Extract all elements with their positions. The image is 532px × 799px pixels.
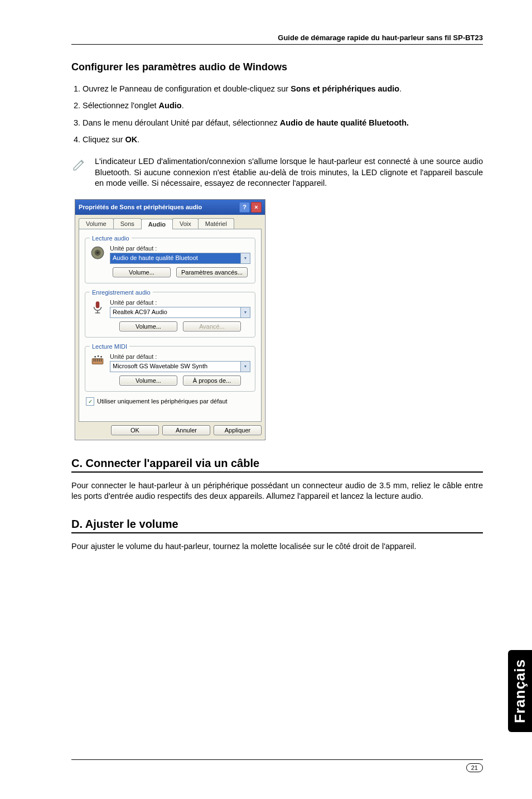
step-4-post: . <box>137 135 139 144</box>
speaker-icon <box>90 245 105 261</box>
playback-volume-button[interactable]: Volume... <box>113 267 171 277</box>
tab-audio[interactable]: Audio <box>141 219 173 229</box>
step-3: Dans le menu déroulant Unité par défaut,… <box>83 117 483 128</box>
tab-sons[interactable]: Sons <box>113 218 142 229</box>
group-midi-legend: Lecture MIDI <box>90 343 129 350</box>
apply-button[interactable]: Appliquer <box>214 425 262 435</box>
step-2-post: . <box>182 101 184 110</box>
dialog-body: Lecture audio Unité par défaut : <box>79 229 262 422</box>
microphone-icon <box>90 299 105 315</box>
midi-select-value: Microsoft GS Wavetable SW Synth <box>110 362 240 372</box>
default-only-label: Utiliser uniquement les périphériques pa… <box>97 398 228 405</box>
group-playback: Lecture audio Unité par défaut : <box>85 235 255 283</box>
midi-icon <box>90 353 105 369</box>
config-heading: Configurer les paramètres audio de Windo… <box>71 61 483 73</box>
step-1: Ouvrez le Panneau de configuration et do… <box>83 83 483 94</box>
svg-point-2 <box>96 252 99 254</box>
step-4-pre: Cliquez sur <box>83 135 125 144</box>
config-steps: Ouvrez le Panneau de configuration et do… <box>71 83 483 145</box>
cancel-button[interactable]: Annuler <box>162 425 210 435</box>
playback-advanced-button[interactable]: Paramètres avancés... <box>176 267 248 277</box>
midi-label: Unité par défaut : <box>110 353 250 360</box>
step-4-bold: OK <box>125 135 138 144</box>
midi-volume-button[interactable]: Volume... <box>119 376 177 386</box>
dialog-titlebar: Propriétés de Sons et périphériques audi… <box>75 200 265 215</box>
dialog-tabs: Volume Sons Audio Voix Matériel <box>75 215 265 229</box>
step-3-bold: Audio de haute qualité Bluetooth. <box>280 118 409 127</box>
dialog-screenshot: Propriétés de Sons et périphériques audi… <box>75 199 483 440</box>
page-header: Guide de démarage rapide du haut-parleur… <box>71 33 483 45</box>
note-box: L'indicateur LED d'alimentation/connexio… <box>71 156 483 189</box>
section-c-heading: C. Connecter l'appareil via un câble <box>71 457 483 473</box>
record-volume-button[interactable]: Volume... <box>119 321 177 331</box>
tab-volume[interactable]: Volume <box>79 218 114 229</box>
group-record: Enregistrement audio Unité par défaut <box>85 289 255 338</box>
sound-properties-dialog: Propriétés de Sons et périphériques audi… <box>75 199 265 440</box>
section-c-body: Pour connecter le haut-parleur à un péri… <box>71 480 483 502</box>
group-midi: Lecture MIDI <box>85 343 255 392</box>
section-d-heading: D. Ajuster le volume <box>71 518 483 533</box>
step-1-post: . <box>399 84 402 93</box>
group-playback-legend: Lecture audio <box>90 235 132 242</box>
page-number: 21 <box>466 763 483 772</box>
section-d-body: Pour ajuster le volume du haut-parleur, … <box>71 541 483 552</box>
record-label: Unité par défaut : <box>110 299 250 306</box>
checkbox-icon[interactable]: ✓ <box>86 397 94 406</box>
pencil-icon <box>71 156 87 189</box>
step-4: Cliquez sur OK. <box>83 134 483 145</box>
help-button[interactable]: ? <box>239 202 250 213</box>
dialog-title-text: Propriétés de Sons et périphériques audi… <box>79 204 202 210</box>
midi-about-button[interactable]: À propos de... <box>183 376 241 386</box>
svg-point-14 <box>100 356 102 358</box>
chevron-down-icon[interactable]: ▾ <box>240 307 250 317</box>
svg-point-12 <box>94 356 96 358</box>
group-record-legend: Enregistrement audio <box>90 289 153 296</box>
playback-label: Unité par défaut : <box>110 245 250 252</box>
step-1-bold: Sons et périphériques audio <box>291 84 399 93</box>
step-2-bold: Audio <box>159 101 182 110</box>
step-1-pre: Ouvrez le Panneau de configuration et do… <box>83 84 291 93</box>
step-2: Sélectionnez l'onglet Audio. <box>83 100 483 111</box>
midi-select[interactable]: Microsoft GS Wavetable SW Synth ▾ <box>110 361 250 372</box>
playback-select[interactable]: Audio de haute qualité Bluetoot ▾ <box>110 253 250 264</box>
playback-select-value: Audio de haute qualité Bluetoot <box>110 253 240 263</box>
note-text: L'indicateur LED d'alimentation/connexio… <box>95 156 483 189</box>
chevron-down-icon[interactable]: ▾ <box>240 362 250 372</box>
svg-rect-3 <box>96 301 100 308</box>
step-3-pre: Dans le menu déroulant Unité par défaut,… <box>83 118 280 127</box>
chevron-down-icon[interactable]: ▾ <box>240 253 250 263</box>
tab-materiel[interactable]: Matériel <box>198 218 234 229</box>
tab-voix[interactable]: Voix <box>172 218 199 229</box>
language-tab: Français <box>508 650 532 732</box>
step-2-pre: Sélectionnez l'onglet <box>83 101 159 110</box>
svg-point-13 <box>98 355 99 357</box>
record-select[interactable]: Realtek AC97 Audio ▾ <box>110 307 250 318</box>
close-button[interactable]: × <box>251 202 262 213</box>
record-select-value: Realtek AC97 Audio <box>110 307 240 317</box>
ok-button[interactable]: OK <box>111 425 159 435</box>
dialog-footer: OK Annuler Appliquer <box>75 425 265 440</box>
page-footer: 21 <box>71 759 483 772</box>
record-advanced-button: Avancé... <box>183 321 241 331</box>
default-only-checkbox-row[interactable]: ✓ Utiliser uniquement les périphériques … <box>86 397 255 406</box>
